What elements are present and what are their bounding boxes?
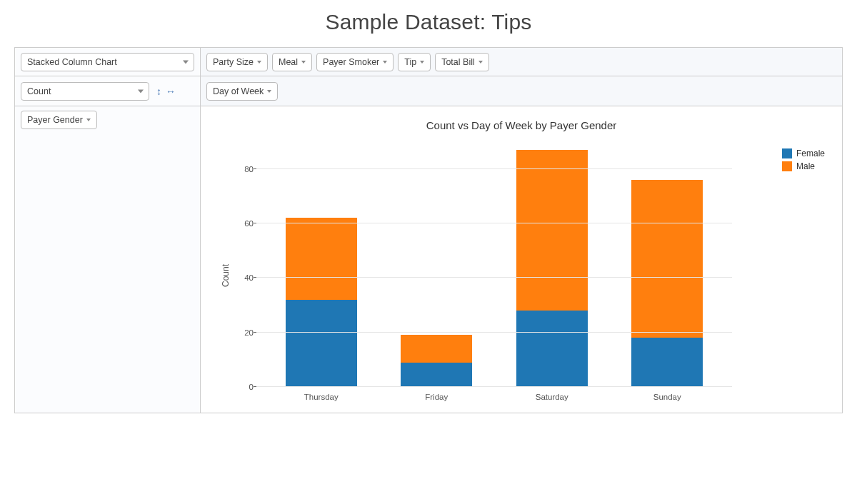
y-tick-label: 20	[234, 328, 254, 337]
chart-type-value: Stacked Column Chart	[27, 57, 117, 67]
aggregator-cell: Count ↕ ↔	[15, 76, 201, 106]
sort-controls: ↕ ↔	[156, 86, 176, 97]
chevron-down-icon	[478, 61, 483, 64]
y-tick-mark	[254, 223, 256, 223]
bar-segment-female	[401, 363, 472, 387]
y-tick-mark	[254, 332, 256, 333]
bar-segment-female	[516, 311, 588, 387]
bar-segment-male	[516, 150, 588, 311]
y-tick-label: 60	[234, 219, 254, 228]
bar-slot: Sunday	[610, 147, 726, 387]
y-tick-mark	[254, 168, 256, 169]
y-tick-label: 0	[234, 383, 254, 391]
x-tick-label: Friday	[425, 393, 448, 401]
field-tip[interactable]: Tip	[398, 53, 431, 71]
chevron-down-icon	[301, 61, 306, 64]
bar-segment-female	[286, 300, 357, 387]
y-tick-label: 80	[234, 165, 254, 173]
row-fields-cell: Payer Gender	[15, 106, 201, 413]
aggregator-value: Count	[27, 86, 51, 96]
bar-segment-male	[631, 180, 703, 338]
row-field-payer-gender[interactable]: Payer Gender	[21, 111, 97, 129]
bar-slot: Friday	[379, 147, 495, 387]
stacked-bar	[631, 147, 703, 387]
sort-cols-icon[interactable]: ↔	[166, 86, 176, 97]
chevron-down-icon	[420, 61, 424, 64]
legend-item-male: Male	[782, 161, 825, 171]
sort-rows-icon[interactable]: ↕	[156, 86, 161, 97]
chevron-down-icon	[267, 90, 271, 93]
chevron-down-icon	[183, 60, 189, 64]
y-tick-mark	[254, 386, 256, 387]
field-party-size[interactable]: Party Size	[206, 53, 268, 71]
gridline	[256, 277, 732, 278]
y-tick-mark	[254, 277, 256, 278]
chart-plot-area: ThursdayFridaySaturdaySunday 020406080 F…	[231, 147, 825, 404]
chart-title: Count vs Day of Week by Payer Gender	[218, 119, 825, 131]
bar-slot: Saturday	[494, 147, 610, 387]
x-tick-label: Sunday	[653, 393, 681, 401]
field-total-bill[interactable]: Total Bill	[435, 53, 489, 71]
chart-type-cell: Stacked Column Chart	[15, 48, 201, 76]
gridline	[256, 223, 732, 223]
legend-item-female: Female	[782, 148, 825, 158]
chart-cell: Count vs Day of Week by Payer Gender Cou…	[201, 106, 842, 413]
chevron-down-icon	[383, 61, 387, 64]
page-title: Sample Dataset: Tips	[14, 10, 843, 34]
column-fields-cell: Day of Week	[201, 76, 842, 106]
y-tick-label: 40	[234, 273, 254, 282]
bar-segment-female	[631, 338, 703, 387]
bar-segment-male	[286, 218, 357, 300]
gridline	[256, 332, 732, 333]
chevron-down-icon	[257, 61, 261, 64]
x-tick-label: Saturday	[536, 393, 568, 401]
gridline	[256, 386, 732, 387]
stacked-bar	[401, 147, 472, 387]
aggregator-select[interactable]: Count	[21, 82, 149, 101]
legend-label: Male	[796, 161, 815, 171]
col-field-day-of-week[interactable]: Day of Week	[206, 82, 278, 101]
legend-label: Female	[796, 148, 825, 158]
chevron-down-icon	[86, 119, 91, 121]
stacked-bar	[286, 147, 357, 387]
unused-fields-cell: Party Size Meal Payer Smoker Tip Total B…	[201, 48, 842, 76]
x-tick-label: Thursday	[304, 393, 339, 401]
chart-type-select[interactable]: Stacked Column Chart	[21, 53, 194, 71]
legend-swatch	[782, 161, 792, 171]
y-axis-label: Count	[218, 147, 231, 404]
field-payer-smoker[interactable]: Payer Smoker	[316, 53, 394, 71]
field-meal[interactable]: Meal	[272, 53, 312, 71]
chevron-down-icon	[138, 89, 144, 93]
legend: FemaleMale	[782, 148, 825, 174]
pivot-table-ui: Stacked Column Chart Party Size Meal Pay…	[14, 47, 843, 413]
bar-slot: Thursday	[264, 147, 379, 387]
legend-swatch	[782, 148, 792, 158]
bar-segment-male	[401, 335, 472, 362]
stacked-bar	[516, 147, 588, 387]
gridline	[256, 168, 732, 169]
